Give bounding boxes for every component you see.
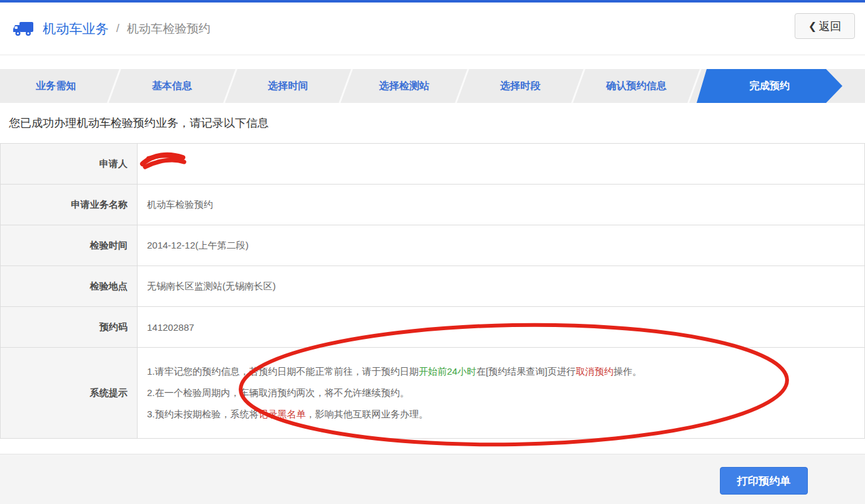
row-value-business-name: 机动车检验预约 (138, 185, 865, 225)
tip-line-2: 2.在一个检验周期内，车辆取消预约两次，将不允许继续预约。 (147, 382, 864, 404)
tip-red-blacklist-text: 记录黑名单 (259, 409, 306, 419)
progress-steps: 业务需知 基本信息 选择时间 选择检测站 选择时段 确认预约信息 完成预约 (0, 69, 865, 103)
row-label-inspection-time: 检验时间 (1, 225, 138, 266)
row-value-inspection-place: 无锡南长区监测站(无锡南长区) (138, 266, 865, 307)
step-choose-date: 选择时间 (232, 69, 344, 103)
tip-line-1: 1.请牢记您的预约信息，若预约日期不能正常前往，请于预约日期开始前24小时在[预… (147, 361, 864, 382)
page-header: 机动车业务 / 机动车检验预约 ❮ 返回 (0, 3, 865, 55)
appointment-detail-table: 申请人 申请业务名称 机动车检验预约 检验时间 2014-12-12(上午第二段… (0, 143, 865, 439)
row-label-booking-code: 预约码 (1, 307, 138, 348)
footer-action-band: 打印预约单 (0, 454, 865, 504)
table-row: 预约码 141202887 (1, 307, 865, 348)
table-row: 申请人 (1, 144, 865, 185)
table-row: 申请业务名称 机动车检验预约 (1, 185, 865, 225)
truck-icon (13, 21, 34, 37)
success-message: 您已成功办理机动车检验预约业务，请记录以下信息 (9, 115, 865, 131)
table-row: 检验时间 2014-12-12(上午第二段) (1, 225, 865, 266)
breadcrumb-current-page: 机动车检验预约 (127, 21, 210, 37)
back-button-label: 返回 (819, 19, 841, 34)
step-choose-station: 选择检测站 (348, 69, 460, 103)
step-bar-tail (842, 69, 865, 103)
row-label-system-tips: 系统提示 (1, 348, 138, 439)
system-tips: 1.请牢记您的预约信息，若预约日期不能正常前往，请于预约日期开始前24小时在[预… (147, 355, 864, 431)
print-appointment-button[interactable]: 打印预约单 (720, 467, 808, 495)
step-basic-info: 基本信息 (116, 69, 228, 103)
row-value-booking-code: 141202887 (138, 307, 865, 348)
row-value-inspection-time: 2014-12-12(上午第二段) (138, 225, 865, 266)
tip-red-cancel-text: 取消预约 (576, 366, 614, 377)
table-row: 系统提示 1.请牢记您的预约信息，若预约日期不能正常前往，请于预约日期开始前24… (1, 348, 865, 439)
tip-line-3: 3.预约未按期检验，系统将记录黑名单，影响其他互联网业务办理。 (147, 404, 864, 425)
step-choose-timeslot: 选择时段 (464, 69, 576, 103)
row-value-applicant-redacted (138, 144, 865, 185)
breadcrumb: 机动车业务 / 机动车检验预约 (13, 20, 210, 38)
step-confirm-info: 确认预约信息 (580, 69, 692, 103)
breadcrumb-section-link[interactable]: 机动车业务 (43, 20, 109, 38)
breadcrumb-separator: / (115, 22, 121, 35)
row-label-inspection-place: 检验地点 (1, 266, 138, 307)
step-complete-active: 完成预约 (697, 69, 842, 103)
back-button[interactable]: ❮ 返回 (795, 13, 855, 39)
row-label-applicant: 申请人 (1, 144, 138, 185)
table-row: 检验地点 无锡南长区监测站(无锡南长区) (1, 266, 865, 307)
tip-green-text: 开始前24小时 (419, 366, 477, 377)
step-business-notes: 业务需知 (0, 69, 112, 103)
row-label-business-name: 申请业务名称 (1, 185, 138, 225)
back-arrow-icon: ❮ (808, 20, 817, 32)
